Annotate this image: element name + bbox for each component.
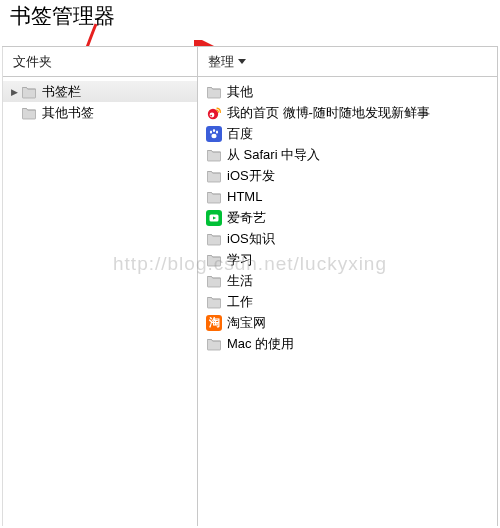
folder-icon	[206, 84, 222, 100]
bookmark-item-label: 我的首页 微博-随时随地发现新鲜事	[227, 104, 430, 122]
expand-triangle-icon[interactable]: ▶	[9, 87, 19, 97]
folder-icon	[206, 294, 222, 310]
bookmark-item[interactable]: Mac 的使用	[198, 333, 497, 354]
bookmark-item-label: 百度	[227, 125, 253, 143]
svg-point-6	[211, 133, 216, 137]
bookmark-item-label: 其他	[227, 83, 253, 101]
bookmark-item[interactable]: 我的首页 微博-随时随地发现新鲜事	[198, 102, 497, 123]
bookmark-item[interactable]: iOS开发	[198, 165, 497, 186]
organize-menu[interactable]: 整理	[198, 47, 498, 77]
folder-icon	[21, 84, 37, 100]
folders-header: 文件夹	[3, 47, 198, 77]
annotation-title: 书签管理器	[10, 2, 115, 30]
folder-icon	[206, 147, 222, 163]
bookmark-list: 其他 我的首页 微博-随时随地发现新鲜事 百度 从 Safari 中导入 iOS…	[198, 77, 498, 526]
bookmark-item-label: iOS知识	[227, 230, 275, 248]
bookmark-item[interactable]: 爱奇艺	[198, 207, 497, 228]
bookmark-item-label: 生活	[227, 272, 253, 290]
svg-point-4	[213, 129, 215, 132]
bookmark-item-label: 学习	[227, 251, 253, 269]
bookmark-item-label: 从 Safari 中导入	[227, 146, 320, 164]
folder-icon	[206, 168, 222, 184]
bookmark-item[interactable]: 生活	[198, 270, 497, 291]
folder-icon	[206, 231, 222, 247]
svg-point-3	[210, 130, 212, 133]
svg-point-1	[210, 112, 215, 117]
bookmark-item[interactable]: 淘淘宝网	[198, 312, 497, 333]
folder-icon	[206, 189, 222, 205]
bookmark-item-label: Mac 的使用	[227, 335, 294, 353]
folder-icon	[206, 252, 222, 268]
bookmark-item[interactable]: 其他	[198, 81, 497, 102]
bookmark-item-label: 淘宝网	[227, 314, 266, 332]
bookmark-item[interactable]: 百度	[198, 123, 497, 144]
weibo-icon	[206, 105, 222, 121]
folder-item-other-bookmarks[interactable]: ▶ 其他书签	[3, 102, 197, 123]
bookmark-item[interactable]: iOS知识	[198, 228, 497, 249]
bookmark-item[interactable]: 从 Safari 中导入	[198, 144, 497, 165]
bookmark-item-label: 工作	[227, 293, 253, 311]
folder-icon	[206, 336, 222, 352]
bookmark-item[interactable]: 工作	[198, 291, 497, 312]
bookmark-item-label: HTML	[227, 189, 262, 204]
chevron-down-icon	[238, 59, 246, 64]
folders-list: ▶ 书签栏 ▶ 其他书签	[3, 77, 198, 526]
folder-icon	[21, 105, 37, 121]
baidu-icon	[206, 126, 222, 142]
folders-column: 文件夹 ▶ 书签栏 ▶ 其他书签	[2, 47, 198, 526]
taobao-icon: 淘	[206, 315, 222, 331]
folder-item-bookmarks-bar[interactable]: ▶ 书签栏	[3, 81, 197, 102]
bookmark-item-label: 爱奇艺	[227, 209, 266, 227]
folder-item-label: 其他书签	[42, 104, 94, 122]
organize-menu-label: 整理	[208, 53, 234, 71]
bookmark-item[interactable]: HTML	[198, 186, 497, 207]
iqiyi-icon	[206, 210, 222, 226]
folder-item-label: 书签栏	[42, 83, 81, 101]
contents-column: 整理 其他 我的首页 微博-随时随地发现新鲜事 百度 从 Safari 中导入	[198, 47, 498, 526]
bookmark-manager-pane: 文件夹 ▶ 书签栏 ▶ 其他书签 整理	[2, 46, 498, 526]
bookmark-item-label: iOS开发	[227, 167, 275, 185]
svg-point-2	[210, 114, 212, 116]
bookmark-item[interactable]: 学习	[198, 249, 497, 270]
folders-header-label: 文件夹	[13, 53, 52, 71]
svg-point-5	[216, 130, 218, 133]
folder-icon	[206, 273, 222, 289]
